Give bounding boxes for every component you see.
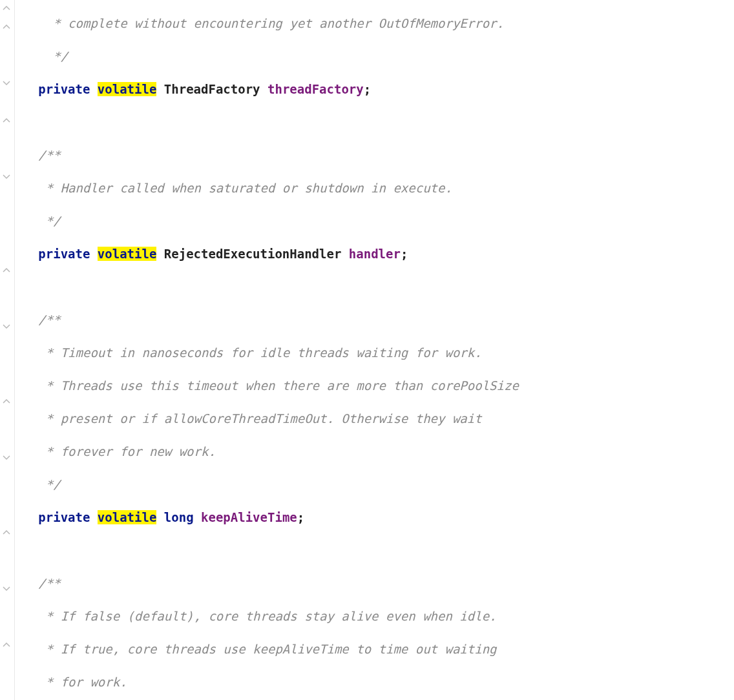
fold-icon[interactable] — [1, 80, 12, 87]
fold-icon[interactable] — [1, 174, 12, 180]
gutter — [0, 0, 15, 700]
field-threadFactory: threadFactory — [267, 82, 364, 96]
fold-icon[interactable] — [1, 118, 12, 124]
kw-volatile: volatile — [98, 510, 157, 524]
code-line[interactable]: */ — [15, 212, 734, 231]
code-line[interactable]: * forever for new work. — [15, 442, 734, 461]
comment-close: */ — [38, 477, 60, 491]
code-line[interactable]: * for work. — [15, 673, 734, 692]
code-line[interactable] — [15, 278, 734, 296]
code-line[interactable]: private volatile ThreadFactory threadFac… — [15, 80, 734, 99]
comment-close: */ — [46, 49, 68, 63]
fold-icon[interactable] — [1, 455, 12, 461]
type-ThreadFactory: ThreadFactory — [164, 82, 260, 96]
comment-open: /** — [38, 313, 60, 327]
code-editor[interactable]: * complete without encountering yet anot… — [0, 0, 734, 700]
comment-text: * Threads use this timeout when there ar… — [38, 378, 519, 393]
comment-text: * for work. — [38, 675, 127, 689]
fold-icon[interactable] — [1, 5, 12, 12]
fold-icon[interactable] — [1, 586, 12, 592]
kw-private: private — [38, 510, 90, 524]
comment-open: /** — [38, 576, 60, 590]
code-line[interactable]: private volatile RejectedExecutionHandle… — [15, 245, 734, 263]
code-line[interactable]: */ — [15, 475, 734, 494]
semicolon: ; — [401, 247, 408, 261]
kw-private: private — [38, 82, 90, 96]
comment-text: * If true, core threads use keepAliveTim… — [38, 642, 496, 656]
code-line[interactable]: * If false (default), core threads stay … — [15, 607, 734, 626]
fold-icon[interactable] — [1, 530, 12, 536]
code-line[interactable] — [15, 541, 734, 560]
fold-icon[interactable] — [1, 267, 12, 274]
field-keepAliveTime: keepAliveTime — [201, 510, 297, 524]
code-line[interactable]: */ — [15, 47, 734, 66]
kw-private: private — [38, 247, 90, 261]
field-handler: handler — [349, 247, 401, 261]
comment-text: * Handler called when saturated or shutd… — [38, 181, 452, 195]
comment-text: * If false (default), core threads stay … — [38, 609, 496, 623]
fold-icon[interactable] — [1, 642, 12, 648]
code-line[interactable]: * complete without encountering yet anot… — [15, 14, 734, 33]
code-line[interactable]: private volatile long keepAliveTime; — [15, 508, 734, 527]
code-line[interactable]: /** — [15, 311, 734, 329]
comment-close: */ — [38, 214, 60, 228]
comment-text: * complete without encountering yet anot… — [46, 16, 504, 30]
code-line[interactable]: * Threads use this timeout when there ar… — [15, 376, 734, 395]
comment-text: * forever for new work. — [38, 444, 216, 458]
fold-icon[interactable] — [1, 324, 12, 330]
code-line[interactable] — [15, 113, 734, 132]
comment-open: /** — [38, 148, 60, 162]
semicolon: ; — [364, 82, 371, 96]
code-line[interactable]: * present or if allowCoreThreadTimeOut. … — [15, 409, 734, 428]
code-line[interactable]: /** — [15, 146, 734, 165]
code-area[interactable]: * complete without encountering yet anot… — [15, 0, 734, 700]
comment-text: * Timeout in nanoseconds for idle thread… — [38, 345, 481, 360]
semicolon: ; — [297, 510, 304, 524]
code-line[interactable]: * Handler called when saturated or shutd… — [15, 179, 734, 198]
code-line[interactable]: /** — [15, 574, 734, 593]
code-line[interactable]: * If true, core threads use keepAliveTim… — [15, 640, 734, 659]
comment-text: * present or if allowCoreThreadTimeOut. … — [38, 411, 481, 426]
kw-long: long — [164, 510, 194, 524]
kw-volatile: volatile — [98, 82, 157, 96]
type-RejectedExecutionHandler: RejectedExecutionHandler — [164, 247, 342, 261]
code-line[interactable]: * Timeout in nanoseconds for idle thread… — [15, 344, 734, 362]
kw-volatile: volatile — [98, 247, 157, 261]
fold-icon[interactable] — [1, 24, 12, 30]
fold-icon[interactable] — [1, 398, 12, 405]
